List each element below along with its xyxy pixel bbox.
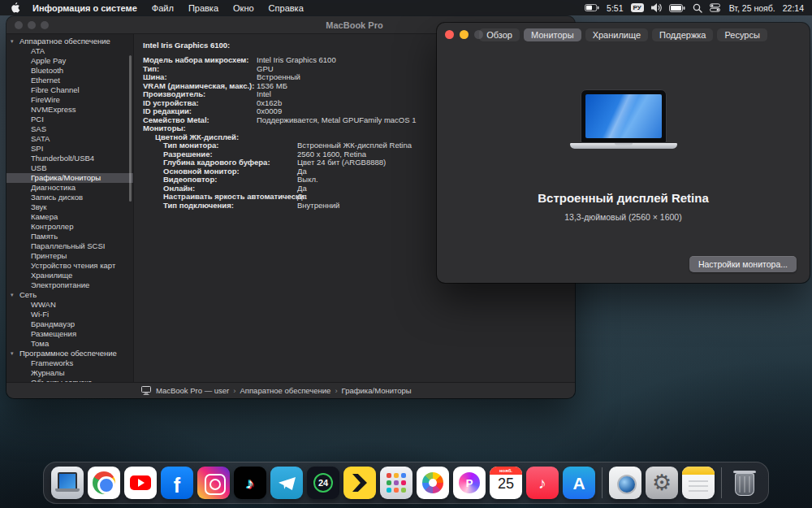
dock-launchpad[interactable] — [380, 467, 412, 499]
tab-поддержка[interactable]: Поддержка — [652, 28, 713, 41]
facebook-glyph-icon: f — [174, 475, 180, 496]
sidebar-item-память[interactable]: Память — [6, 232, 133, 241]
dock-instagram[interactable] — [197, 467, 230, 499]
sidebar-item-sas[interactable]: SAS — [6, 124, 133, 134]
disclosure-triangle-icon[interactable]: ▾ — [11, 349, 14, 358]
breadcrumb-item[interactable]: Графика/Мониторы — [342, 386, 412, 395]
spotlight-icon[interactable] — [693, 3, 702, 13]
battery-icon[interactable] — [669, 4, 685, 12]
sidebar-scrollbar[interactable] — [129, 55, 132, 202]
sidebar-item-параллельный-scsi[interactable]: Параллельный SCSI — [6, 241, 133, 251]
close-button[interactable] — [15, 21, 23, 29]
tab-хранилище[interactable]: Хранилище — [585, 28, 648, 41]
display-subtitle: 13,3-дюймовый (2560 × 1600) — [437, 212, 810, 222]
dock-facebook[interactable]: f — [161, 467, 193, 499]
sidebar-item-журналы[interactable]: Журналы — [6, 368, 133, 378]
sidebar-item-электропитание[interactable]: Электропитание — [6, 280, 133, 290]
sidebar-item-устройство-чтения-карт[interactable]: Устройство чтения карт — [6, 261, 133, 271]
breadcrumb-item[interactable]: MacBook Pro — user — [156, 386, 229, 395]
sidebar-item-ethernet[interactable]: Ethernet — [6, 76, 133, 85]
dock: f♪24Pнояб.25♪A⚙ — [43, 462, 769, 504]
input-source-badge[interactable]: РУ — [631, 3, 644, 12]
sidebar-item-брандмауэр[interactable]: Брандмауэр — [6, 319, 133, 329]
sidebar-item-размещения[interactable]: Размещения — [6, 329, 133, 339]
breadcrumb-item[interactable]: Аппаратное обеспечение — [240, 386, 330, 395]
macbook-screen — [581, 89, 667, 143]
menu-bar-status: 5:51 РУ Вт, 25 нояб. 22:14 — [585, 3, 804, 13]
sidebar-item-хранилище[interactable]: Хранилище — [6, 271, 133, 280]
sidebar-item-usb[interactable]: USB — [6, 163, 133, 173]
sidebar-section-1[interactable]: ▾Аппаратное обеспечение — [6, 37, 133, 46]
menu-файл[interactable]: Файл — [145, 3, 181, 13]
sidebar-item-контроллер[interactable]: Контроллер — [6, 222, 133, 232]
sidebar-item-frameworks[interactable]: Frameworks — [6, 358, 133, 368]
menu-справка[interactable]: Справка — [261, 3, 311, 13]
sidebar-section-2[interactable]: ▾Сеть — [6, 290, 133, 300]
dock-photo-booth[interactable] — [609, 467, 641, 499]
dock-app-store[interactable]: A — [563, 467, 595, 499]
sidebar-item-apple-pay[interactable]: Apple Pay — [6, 56, 133, 66]
apple-menu[interactable] — [11, 2, 20, 13]
tab-ресурсы[interactable]: Ресурсы — [717, 28, 767, 41]
sidebar-item-ata[interactable]: ATA — [6, 46, 133, 56]
info-value: Выкл. — [297, 176, 318, 185]
sidebar-section-3[interactable]: ▾Программное обеспечение — [6, 349, 133, 358]
sidebar-item-wwan[interactable]: WWAN — [6, 300, 133, 310]
dock-telegram[interactable] — [270, 467, 303, 499]
display-settings-button[interactable]: Настройки монитора... — [689, 256, 797, 272]
sidebar-item-sata[interactable]: SATA — [6, 134, 133, 144]
tab-мониторы[interactable]: Мониторы — [524, 28, 581, 41]
dock-system-information[interactable] — [51, 467, 84, 499]
info-value: Встроенный — [257, 73, 300, 82]
control-center-icon[interactable] — [710, 3, 720, 12]
sidebar-item-диагностика[interactable]: Диагностика — [6, 183, 133, 193]
sidebar-item-wi-fi[interactable]: Wi-Fi — [6, 310, 133, 319]
sidebar-item-spi[interactable]: SPI — [6, 144, 133, 154]
sidebar-item-тома[interactable]: Тома — [6, 339, 133, 349]
dock-youtube[interactable] — [124, 467, 157, 499]
info-value: 0x0009 — [257, 107, 282, 116]
sysinfo-status-bar: MacBook Pro — user›Аппаратное обеспечени… — [6, 382, 575, 398]
sidebar-item-firewire[interactable]: FireWire — [6, 95, 133, 105]
info-label: Настраивать яркость автоматически: — [143, 193, 307, 202]
battery-charging-icon[interactable] — [585, 4, 599, 11]
dock-yellow-app[interactable] — [343, 467, 376, 499]
menu-bar-time[interactable]: 22:14 — [783, 3, 804, 13]
dock-calendar[interactable]: нояб.25 — [490, 467, 522, 499]
sidebar-item-pci[interactable]: PCI — [6, 115, 133, 124]
dock-system-preferences[interactable]: ⚙ — [646, 467, 678, 499]
dock-picsart[interactable]: P — [453, 467, 486, 499]
dock-tiktok[interactable]: ♪ — [234, 467, 266, 499]
dock-photos[interactable] — [417, 467, 449, 499]
sidebar-item-thunderbolt-usb4[interactable]: Thunderbolt/USB4 — [6, 154, 133, 163]
menu-bar-date[interactable]: Вт, 25 нояб. — [729, 3, 775, 13]
zoom-button[interactable] — [41, 21, 49, 29]
info-label: Тип подключения: — [143, 202, 234, 211]
dock-trash[interactable] — [728, 467, 761, 499]
dock-chrome[interactable] — [88, 467, 120, 499]
sidebar-item-принтеры[interactable]: Принтеры — [6, 251, 133, 261]
dock-notes[interactable] — [682, 467, 715, 499]
minimize-button[interactable] — [28, 21, 36, 29]
info-label: Видеоповтор: — [143, 176, 217, 185]
dock-app-24[interactable]: 24 — [307, 467, 339, 499]
dock-music[interactable]: ♪ — [526, 467, 559, 499]
menu-окно[interactable]: Окно — [226, 3, 261, 13]
info-label: Мониторы: — [143, 124, 186, 133]
sidebar-item-графика-мониторы[interactable]: Графика/Мониторы — [6, 173, 133, 183]
disclosure-triangle-icon[interactable]: ▾ — [11, 290, 14, 300]
about-tabs: ОбзорМониторыХранилищеПоддержкаРесурсы — [437, 28, 810, 41]
sidebar-item-звук[interactable]: Звук — [6, 202, 133, 212]
sidebar-item-камера[interactable]: Камера — [6, 212, 133, 222]
sidebar-item-bluetooth[interactable]: Bluetooth — [6, 66, 133, 76]
menu-bar: Информация о системе ФайлПравкаОкноСправ… — [0, 0, 812, 15]
volume-icon[interactable] — [651, 3, 662, 12]
sidebar-item-nvmexpress[interactable]: NVMExpress — [6, 105, 133, 115]
app-24-glyph-icon: 24 — [313, 473, 333, 493]
sidebar-item-запись-дисков[interactable]: Запись дисков — [6, 193, 133, 202]
sidebar-item-fibre-channel[interactable]: Fibre Channel — [6, 85, 133, 95]
menu-правка[interactable]: Правка — [181, 3, 226, 13]
tab-обзор[interactable]: Обзор — [479, 28, 520, 41]
disclosure-triangle-icon[interactable]: ▾ — [11, 37, 14, 46]
active-app-name[interactable]: Информация о системе — [32, 3, 137, 13]
